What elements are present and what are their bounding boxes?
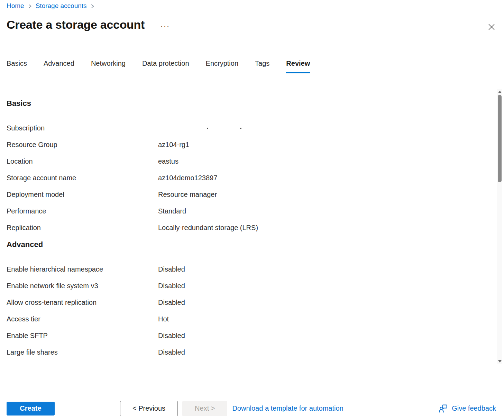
redacted-mark (240, 128, 241, 129)
review-row-location: Locationeastus (7, 157, 490, 166)
row-label: Performance (7, 207, 158, 216)
row-label: Subscription (7, 124, 158, 133)
scroll-up-icon[interactable] (498, 91, 502, 93)
section-title: Basics (7, 99, 490, 108)
row-label: Replication (7, 223, 158, 232)
review-row-enable-hierarchical-namespace: Enable hierarchical namespaceDisabled (7, 265, 490, 274)
close-icon (488, 24, 495, 30)
review-row-allow-cross-tenant-replication: Allow cross-tenant replicationDisabled (7, 298, 490, 307)
row-value: Disabled (158, 265, 490, 274)
row-label: Enable network file system v3 (7, 282, 158, 290)
row-value: az104demo123897 (158, 174, 490, 182)
breadcrumb-link-home[interactable]: Home (7, 2, 24, 10)
tab-basics[interactable]: Basics (7, 60, 27, 73)
row-value: Disabled (158, 282, 490, 290)
more-menu-button[interactable]: ··· (161, 22, 170, 29)
row-value: az104-rg1 (158, 140, 490, 149)
tab-advanced[interactable]: Advanced (44, 60, 74, 73)
previous-button[interactable]: < Previous (120, 401, 178, 416)
breadcrumb: HomeStorage accounts (7, 2, 94, 10)
redacted-mark (207, 128, 208, 129)
row-label: Large file shares (7, 348, 158, 357)
review-row-access-tier: Access tierHot (7, 315, 490, 323)
review-row-storage-account-name: Storage account nameaz104demo123897 (7, 174, 490, 182)
row-label: Access tier (7, 315, 158, 323)
download-template-link[interactable]: Download a template for automation (232, 404, 343, 412)
tab-data-protection[interactable]: Data protection (142, 60, 189, 73)
row-label: Deployment model (7, 190, 158, 199)
chevron-right-icon (91, 3, 94, 9)
scrollbar[interactable] (497, 89, 502, 364)
row-label: Allow cross-tenant replication (7, 298, 158, 307)
tab-bar: BasicsAdvancedNetworkingData protectionE… (7, 60, 310, 73)
row-label: Resource Group (7, 140, 158, 149)
review-row-subscription: Subscription (7, 124, 490, 133)
review-row-resource-group: Resource Groupaz104-rg1 (7, 140, 490, 149)
tab-encryption[interactable]: Encryption (206, 60, 239, 73)
create-button[interactable]: Create (7, 402, 55, 416)
row-value: Disabled (158, 331, 490, 340)
page-title: Create a storage account (7, 18, 145, 31)
row-value: Disabled (158, 298, 490, 307)
row-value: Disabled (158, 348, 490, 357)
feedback-icon (439, 404, 448, 413)
review-row-large-file-shares: Large file sharesDisabled (7, 348, 490, 357)
tab-networking[interactable]: Networking (91, 60, 126, 73)
breadcrumb-link-storage-accounts[interactable]: Storage accounts (36, 2, 87, 10)
review-row-enable-network-file-system-v3: Enable network file system v3Disabled (7, 282, 490, 290)
row-value: Locally-redundant storage (LRS) (158, 223, 490, 232)
give-feedback-button[interactable]: Give feedback (439, 404, 496, 413)
row-value: Resource manager (158, 190, 490, 199)
page-header: Create a storage account ··· (7, 18, 483, 31)
row-value: eastus (158, 157, 490, 166)
section-advanced: AdvancedEnable hierarchical namespaceDis… (7, 240, 490, 357)
review-row-deployment-model: Deployment modelResource manager (7, 190, 490, 199)
scroll-down-icon[interactable] (498, 360, 502, 363)
row-value: Hot (158, 315, 490, 323)
review-row-replication: ReplicationLocally-redundant storage (LR… (7, 223, 490, 232)
tab-tags[interactable]: Tags (255, 60, 269, 73)
section-title: Advanced (7, 240, 490, 249)
feedback-label: Give feedback (452, 404, 496, 412)
row-label: Location (7, 157, 158, 166)
review-content: BasicsSubscriptionResource Groupaz104-rg… (0, 89, 504, 385)
row-label: Storage account name (7, 174, 158, 182)
review-row-performance: PerformanceStandard (7, 207, 490, 216)
scrollbar-thumb[interactable] (498, 95, 502, 182)
tab-review[interactable]: Review (286, 60, 310, 73)
review-row-enable-sftp: Enable SFTPDisabled (7, 331, 490, 340)
row-label: Enable hierarchical namespace (7, 265, 158, 274)
close-button[interactable] (487, 22, 496, 32)
footer-bar: Create < Previous Next > Download a temp… (0, 385, 504, 420)
chevron-right-icon (28, 3, 32, 9)
section-basics: BasicsSubscriptionResource Groupaz104-rg… (7, 99, 490, 232)
row-value: Standard (158, 207, 490, 216)
next-button: Next > (182, 401, 227, 416)
row-label: Enable SFTP (7, 331, 158, 340)
